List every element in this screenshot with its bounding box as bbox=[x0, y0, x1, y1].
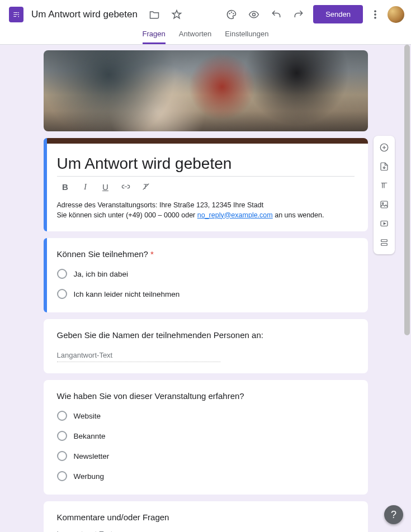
option-row[interactable]: Newsletter bbox=[57, 451, 355, 461]
svg-point-2 bbox=[18, 16, 19, 17]
svg-point-0 bbox=[18, 12, 19, 13]
add-section-icon[interactable] bbox=[374, 233, 395, 252]
question-text: Geben Sie die Namen der teilnehmenden Pe… bbox=[57, 330, 355, 340]
question-card-3[interactable]: Wie haben Sie von dieser Veranstaltung e… bbox=[44, 380, 368, 495]
option-row[interactable]: Ja, ich bin dabei bbox=[57, 269, 355, 279]
undo-icon[interactable] bbox=[265, 3, 287, 26]
option-label: Werbung bbox=[74, 472, 105, 481]
tab-responses[interactable]: Antworten bbox=[179, 30, 212, 44]
question-card-2[interactable]: Geben Sie die Namen der teilnehmenden Pe… bbox=[44, 319, 368, 373]
long-answer-placeholder: Langantwort-Text bbox=[57, 350, 221, 362]
form-title[interactable]: Um Antwort wird gebeten bbox=[31, 9, 138, 20]
option-label: Ja, ich bin dabei bbox=[74, 270, 129, 278]
contact-email-link[interactable]: no_reply@example.com bbox=[197, 211, 273, 219]
svg-point-1 bbox=[18, 14, 19, 15]
add-question-icon[interactable] bbox=[374, 138, 395, 157]
bold-icon[interactable]: B bbox=[60, 182, 70, 193]
underline-icon[interactable]: U bbox=[101, 182, 111, 193]
question-text: Wie haben Sie von dieser Veranstaltung e… bbox=[57, 391, 355, 401]
option-label: Website bbox=[74, 412, 101, 420]
radio-icon bbox=[57, 431, 67, 441]
move-to-folder-icon[interactable] bbox=[143, 3, 166, 26]
question-card-1[interactable]: Können Sie teilnehmen?* Ja, ich bin dabe… bbox=[44, 238, 368, 312]
radio-icon bbox=[57, 471, 67, 481]
option-label: Newsletter bbox=[74, 452, 110, 460]
svg-point-3 bbox=[229, 13, 230, 14]
account-avatar[interactable] bbox=[388, 6, 404, 23]
add-video-icon[interactable] bbox=[374, 214, 395, 233]
question-text: Kommentare und/oder Fragen bbox=[57, 512, 355, 522]
tab-questions[interactable]: Fragen bbox=[143, 30, 166, 44]
long-answer-placeholder: Langantwort-Text bbox=[57, 529, 221, 532]
question-text: Können Sie teilnehmen?* bbox=[57, 249, 355, 259]
customize-theme-icon[interactable] bbox=[220, 3, 243, 26]
question-card-4[interactable]: Kommentare und/oder Fragen Langantwort-T… bbox=[44, 501, 368, 532]
option-label: Ich kann leider nicht teilnehmen bbox=[74, 290, 180, 298]
clear-format-icon[interactable] bbox=[141, 182, 151, 193]
svg-point-8 bbox=[375, 13, 376, 15]
add-image-icon[interactable] bbox=[374, 195, 395, 214]
svg-rect-14 bbox=[381, 240, 387, 242]
option-label: Bekannte bbox=[74, 432, 106, 440]
star-icon[interactable] bbox=[166, 3, 188, 26]
required-indicator: * bbox=[150, 249, 154, 259]
svg-point-6 bbox=[253, 13, 256, 16]
form-header-image[interactable] bbox=[44, 50, 368, 131]
svg-point-7 bbox=[375, 10, 376, 12]
help-button[interactable]: ? bbox=[384, 505, 403, 524]
option-row[interactable]: Website bbox=[57, 411, 355, 421]
format-toolbar: B I U bbox=[57, 177, 355, 201]
svg-point-5 bbox=[233, 13, 234, 14]
svg-rect-11 bbox=[381, 201, 388, 208]
svg-point-9 bbox=[375, 17, 376, 18]
add-title-icon[interactable] bbox=[374, 176, 395, 195]
link-icon[interactable] bbox=[121, 182, 131, 193]
more-options-icon[interactable] bbox=[366, 3, 384, 26]
radio-icon bbox=[57, 289, 67, 299]
tab-settings[interactable]: Einstellungen bbox=[225, 30, 268, 44]
scrollbar-thumb[interactable] bbox=[404, 45, 410, 335]
radio-icon bbox=[57, 269, 67, 279]
side-toolbar bbox=[374, 136, 395, 254]
import-questions-icon[interactable] bbox=[374, 157, 395, 176]
form-description[interactable]: Adresse des Veranstaltungsorts: Ihre Str… bbox=[57, 201, 355, 220]
forms-logo-icon[interactable] bbox=[9, 7, 23, 22]
redo-icon[interactable] bbox=[287, 3, 310, 26]
radio-icon bbox=[57, 451, 67, 461]
send-button[interactable]: Senden bbox=[313, 5, 363, 23]
italic-icon[interactable]: I bbox=[81, 182, 91, 193]
option-row[interactable]: Werbung bbox=[57, 471, 355, 481]
svg-rect-15 bbox=[381, 244, 387, 246]
form-title-input[interactable] bbox=[57, 153, 355, 177]
svg-point-4 bbox=[231, 12, 232, 13]
scrollbar[interactable] bbox=[403, 45, 411, 510]
preview-icon[interactable] bbox=[243, 3, 265, 26]
radio-icon bbox=[57, 411, 67, 421]
option-row[interactable]: Ich kann leider nicht teilnehmen bbox=[57, 289, 355, 299]
option-row[interactable]: Bekannte bbox=[57, 431, 355, 441]
title-card[interactable]: B I U Adresse des Veranstaltungsorts: Ih… bbox=[44, 138, 368, 231]
svg-point-12 bbox=[382, 203, 383, 204]
